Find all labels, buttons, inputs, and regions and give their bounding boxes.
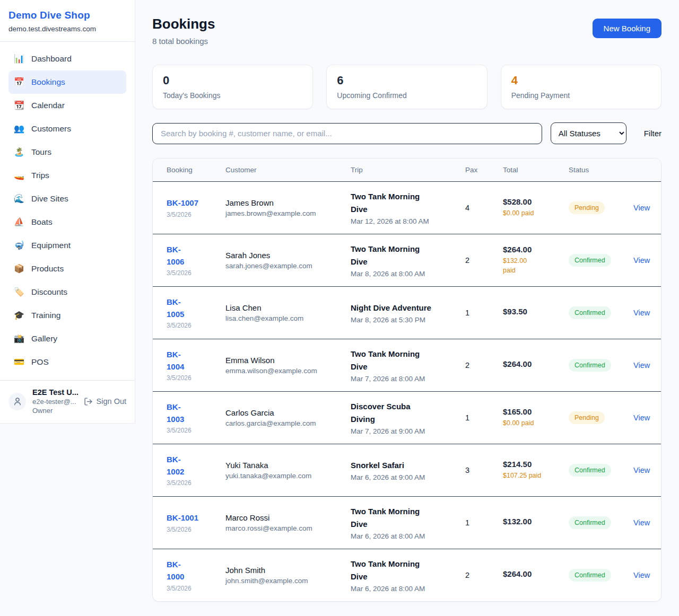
filter-button[interactable]: Filter <box>644 129 661 138</box>
status-badge: Confirmed <box>569 254 611 267</box>
calendar-date-icon: 📅 <box>14 78 24 86</box>
bookings-table-card: Booking Customer Trip Pax Total Status B… <box>152 158 661 602</box>
status-badge: Confirmed <box>569 569 611 582</box>
booking-date: 3/5/2026 <box>167 322 217 329</box>
package-icon: 📦 <box>14 265 24 273</box>
sidebar-item-dive-sites[interactable]: 🌊 Dive Sites <box>8 187 126 210</box>
booking-id-link[interactable]: BK- 1003 <box>167 401 217 426</box>
trip-name: Snorkel Safari <box>351 459 457 472</box>
view-link[interactable]: View <box>633 256 650 265</box>
booking-date: 3/5/2026 <box>167 269 217 277</box>
customer-email: yuki.tanaka@example.com <box>225 472 342 480</box>
sidebar-item-equipment[interactable]: 🤿 Equipment <box>8 234 126 257</box>
avatar <box>8 393 26 410</box>
booking-id-link[interactable]: BK-1001 <box>167 512 217 524</box>
total-amount: $264.00 <box>503 245 560 254</box>
trip-name: Two Tank Morning Dive <box>351 505 457 531</box>
view-link[interactable]: View <box>633 518 650 527</box>
trip-time: Mar 7, 2026 at 9:00 AM <box>351 427 457 435</box>
sidebar: Demo Dive Shop demo.test.divestreams.com… <box>0 0 135 424</box>
user-info: E2E Test U... e2e-tester@... Owner <box>32 388 77 415</box>
total-amount: $165.00 <box>503 407 560 416</box>
search-input[interactable] <box>152 123 542 144</box>
trip-time: Mar 6, 2026 at 9:00 AM <box>351 473 457 481</box>
booking-id-link[interactable]: BK- 1006 <box>167 243 217 268</box>
col-header-booking: Booking <box>153 159 225 181</box>
brand-title: Demo Dive Shop <box>8 10 126 21</box>
table-row: BK- 10023/5/2026 Yuki Tanakayuki.tanaka@… <box>153 444 661 496</box>
sidebar-item-label: Equipment <box>31 241 71 250</box>
main-content: Bookings 8 total bookings New Booking 0 … <box>135 0 679 616</box>
table-row: BK- 10003/5/2026 John Smithjohn.smith@ex… <box>153 549 661 601</box>
user-email: e2e-tester@... <box>32 398 77 406</box>
booking-id-link[interactable]: BK- 1002 <box>167 453 217 478</box>
view-link[interactable]: View <box>633 204 650 212</box>
col-header-status: Status <box>569 159 633 181</box>
customer-email: james.brown@example.com <box>225 209 342 217</box>
booking-date: 3/5/2026 <box>167 479 217 487</box>
sidebar-item-gallery[interactable]: 📸 Gallery <box>8 327 126 350</box>
sidebar-item-label: Gallery <box>31 334 57 344</box>
camera-icon: 📸 <box>14 335 24 343</box>
sidebar-item-training[interactable]: 🎓 Training <box>8 304 126 327</box>
view-link[interactable]: View <box>633 571 650 579</box>
user-name: E2E Test U... <box>32 388 77 397</box>
customer-name: Lisa Chen <box>225 303 342 312</box>
pax-count: 2 <box>465 571 469 579</box>
new-booking-button[interactable]: New Booking <box>593 19 661 38</box>
sidebar-item-products[interactable]: 📦 Products <box>8 257 126 280</box>
col-header-customer: Customer <box>225 159 351 181</box>
booking-id-link[interactable]: BK- 1000 <box>167 558 217 583</box>
sidebar-item-discounts[interactable]: 🏷️ Discounts <box>8 280 126 304</box>
booking-date: 3/5/2026 <box>167 374 217 382</box>
status-badge: Pending <box>569 201 605 214</box>
sign-out-button[interactable]: Sign Out <box>84 397 126 406</box>
sidebar-item-trips[interactable]: 🚤 Trips <box>8 164 126 187</box>
stats-row: 0 Today's Bookings 6 Upcoming Confirmed … <box>152 65 661 109</box>
sidebar-item-dashboard[interactable]: 📊 Dashboard <box>8 47 126 71</box>
trip-name: Two Tank Morning Dive <box>351 243 457 268</box>
user-role: Owner <box>32 407 77 415</box>
calendar-icon: 📆 <box>14 101 24 110</box>
stat-label: Pending Payment <box>511 91 651 100</box>
status-badge: Confirmed <box>569 464 611 477</box>
stat-label: Today's Bookings <box>163 91 302 100</box>
booking-id-link[interactable]: BK-1007 <box>167 197 217 209</box>
stat-value: 4 <box>511 74 651 87</box>
table-row: BK- 10033/5/2026 Carlos Garciacarlos.gar… <box>153 391 661 444</box>
view-link[interactable]: View <box>633 361 650 369</box>
paid-amount: $132.00 paid <box>503 256 560 275</box>
sidebar-item-label: Discounts <box>31 287 67 297</box>
sidebar-item-tours[interactable]: 🏝️ Tours <box>8 140 126 164</box>
view-link[interactable]: View <box>633 413 650 422</box>
page-subtitle: 8 total bookings <box>152 37 215 46</box>
booking-id-link[interactable]: BK- 1004 <box>167 348 217 373</box>
view-link[interactable]: View <box>633 309 650 317</box>
col-header-trip: Trip <box>351 159 465 181</box>
paid-amount: $0.00 paid <box>503 208 560 218</box>
paid-amount: $0.00 paid <box>503 418 560 428</box>
stat-label: Upcoming Confirmed <box>337 91 476 100</box>
booking-date: 3/5/2026 <box>167 427 217 434</box>
customer-email: emma.wilson@example.com <box>225 367 342 375</box>
customer-email: sarah.jones@example.com <box>225 262 342 270</box>
status-badge: Confirmed <box>569 359 611 372</box>
sidebar-item-boats[interactable]: ⛵ Boats <box>8 210 126 234</box>
col-header-total: Total <box>503 159 569 181</box>
trip-name: Two Tank Morning Dive <box>351 558 457 583</box>
trip-name: Two Tank Morning Dive <box>351 190 457 216</box>
sailboat-icon: ⛵ <box>14 218 24 226</box>
table-row: BK- 10063/5/2026 Sarah Jonessarah.jones@… <box>153 234 661 286</box>
sidebar-item-pos[interactable]: 💳 POS <box>8 350 126 374</box>
status-select[interactable]: All Statuses <box>551 122 626 144</box>
sidebar-item-bookings[interactable]: 📅 Bookings <box>8 71 126 94</box>
view-link[interactable]: View <box>633 466 650 474</box>
page-title: Bookings <box>152 16 215 32</box>
table-row: BK- 10043/5/2026 Emma Wilsonemma.wilson@… <box>153 339 661 391</box>
stat-card-todays-bookings: 0 Today's Bookings <box>152 65 313 109</box>
trip-time: Mar 7, 2026 at 8:00 AM <box>351 375 457 383</box>
booking-id-link[interactable]: BK- 1005 <box>167 296 217 321</box>
sidebar-item-customers[interactable]: 👥 Customers <box>8 117 126 140</box>
booking-date: 3/5/2026 <box>167 585 217 592</box>
sidebar-item-calendar[interactable]: 📆 Calendar <box>8 94 126 117</box>
